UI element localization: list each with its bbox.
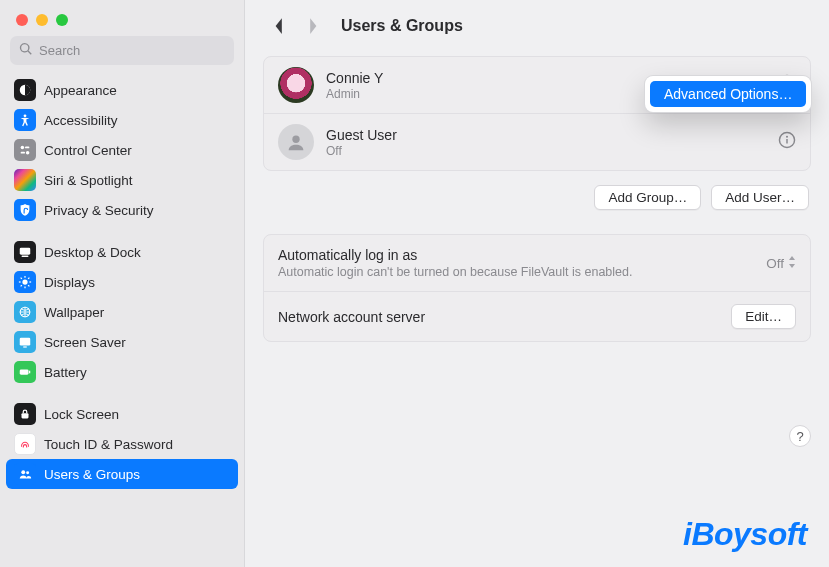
screen-saver-icon [14,331,36,353]
sidebar-item-label: Wallpaper [44,305,104,320]
svg-line-16 [28,278,29,279]
svg-point-1 [24,114,27,117]
lock-screen-icon [14,403,36,425]
window-controls [0,0,244,36]
sidebar-item-label: Touch ID & Password [44,437,173,452]
accessibility-icon [14,109,36,131]
desktop-dock-icon [14,241,36,263]
appearance-icon [14,79,36,101]
page-title: Users & Groups [341,17,463,35]
sidebar-item-label: Screen Saver [44,335,126,350]
sidebar-item-touch-id-password[interactable]: Touch ID & Password [6,429,238,459]
forward-button[interactable] [301,14,325,38]
svg-rect-20 [20,369,29,374]
sidebar-item-siri-spotlight[interactable]: Siri & Spotlight [6,165,238,195]
zoom-window-button[interactable] [56,14,68,26]
sidebar-item-appearance[interactable]: Appearance [6,75,238,105]
svg-point-24 [26,471,29,474]
sidebar-item-wallpaper[interactable]: Wallpaper [6,297,238,327]
search-icon [19,42,33,59]
sidebar-item-users-groups[interactable]: Users & Groups [6,459,238,489]
sidebar-item-lock-screen[interactable]: Lock Screen [6,399,238,429]
svg-rect-6 [20,248,31,255]
header: Users & Groups [263,0,811,56]
sidebar-list: Appearance Accessibility Control Center … [0,73,244,567]
sidebar: Search Appearance Accessibility Control … [0,0,245,567]
context-menu: Advanced Options… [645,76,811,112]
siri-icon [14,169,36,191]
sidebar-item-label: Privacy & Security [44,203,154,218]
privacy-icon [14,199,36,221]
svg-point-23 [21,470,25,474]
search-placeholder: Search [39,43,80,58]
svg-rect-19 [23,346,27,347]
touch-id-icon [14,433,36,455]
main-content: Users & Groups Connie Y Admin Guest User [245,0,829,567]
sidebar-item-label: Control Center [44,143,132,158]
wallpaper-icon [14,301,36,323]
svg-rect-21 [29,371,30,374]
users-groups-icon [14,463,36,485]
auto-login-row[interactable]: Automatically log in as Automatic login … [264,235,810,291]
search-input[interactable]: Search [10,36,234,65]
settings-card: Automatically log in as Automatic login … [263,234,811,342]
displays-icon [14,271,36,293]
svg-point-28 [292,136,299,143]
sidebar-item-displays[interactable]: Displays [6,267,238,297]
sidebar-item-label: Battery [44,365,87,380]
watermark: iBoysoft [683,516,807,553]
svg-rect-18 [20,338,31,346]
up-down-icon [788,256,796,271]
avatar [278,67,314,103]
auto-login-value[interactable]: Off [766,256,796,271]
network-account-title: Network account server [278,309,731,325]
svg-rect-22 [22,413,29,418]
sidebar-item-label: Appearance [44,83,117,98]
svg-point-2 [21,146,25,150]
auto-login-title: Automatically log in as [278,247,766,263]
svg-point-8 [22,279,27,284]
user-name: Guest User [326,127,766,143]
action-buttons: Add Group… Add User… [263,185,809,210]
battery-icon [14,361,36,383]
sidebar-item-label: Siri & Spotlight [44,173,133,188]
svg-line-13 [21,278,22,279]
sidebar-item-label: Lock Screen [44,407,119,422]
settings-window: Search Appearance Accessibility Control … [0,0,829,567]
sidebar-item-label: Desktop & Dock [44,245,141,260]
user-row-guest[interactable]: Guest User Off [264,113,810,170]
context-menu-item-advanced-options[interactable]: Advanced Options… [650,81,806,107]
svg-rect-5 [21,152,25,154]
sidebar-item-label: Accessibility [44,113,118,128]
control-center-icon [14,139,36,161]
sidebar-item-privacy-security[interactable]: Privacy & Security [6,195,238,225]
sidebar-item-accessibility[interactable]: Accessibility [6,105,238,135]
sidebar-item-screen-saver[interactable]: Screen Saver [6,327,238,357]
sidebar-item-desktop-dock[interactable]: Desktop & Dock [6,237,238,267]
add-group-button[interactable]: Add Group… [594,185,701,210]
svg-rect-3 [25,147,29,149]
sidebar-item-label: Users & Groups [44,467,140,482]
close-window-button[interactable] [16,14,28,26]
user-status: Off [326,144,766,158]
svg-point-30 [786,136,788,138]
edit-button[interactable]: Edit… [731,304,796,329]
add-user-button[interactable]: Add User… [711,185,809,210]
sidebar-item-battery[interactable]: Battery [6,357,238,387]
user-info-button[interactable] [778,131,796,153]
auto-login-sub: Automatic login can't be turned on becau… [278,265,766,279]
svg-rect-7 [22,256,29,258]
sidebar-item-label: Displays [44,275,95,290]
svg-line-14 [28,285,29,286]
avatar [278,124,314,160]
network-account-row: Network account server Edit… [264,291,810,341]
sidebar-item-control-center[interactable]: Control Center [6,135,238,165]
help-button[interactable]: ? [789,425,811,447]
minimize-window-button[interactable] [36,14,48,26]
svg-point-4 [26,151,30,155]
svg-line-15 [21,285,22,286]
user-list-card: Connie Y Admin Guest User Off [263,56,811,171]
back-button[interactable] [267,14,291,38]
